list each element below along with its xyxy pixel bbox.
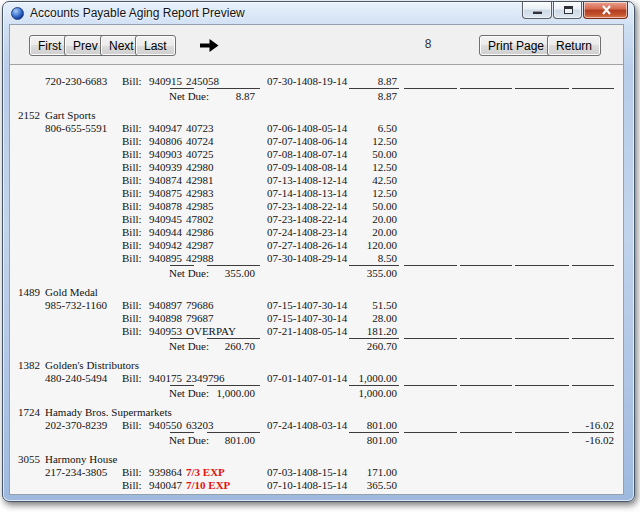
maximize-button[interactable] (553, 2, 582, 19)
bill-label: Bill: (122, 479, 142, 492)
bill-date: 07-09-14 (267, 161, 307, 174)
bill-label: Bill: (122, 312, 142, 325)
bill-row: Bill:9408784298507-23-1408-22-1450.00 (10, 200, 623, 213)
bill-date: 07-03-14 (267, 466, 307, 479)
bill-reference: 79687 (186, 312, 214, 325)
minimize-button[interactable] (522, 2, 552, 19)
bill-label: Bill: (122, 148, 142, 161)
rule-line (460, 338, 512, 339)
bill-amount: 8.87 (340, 75, 397, 88)
app-icon (11, 7, 24, 20)
bill-reference: 42981 (186, 174, 214, 187)
bill-row: Bill:9409394298007-09-1408-08-1412.50 (10, 161, 623, 174)
rule-line (404, 88, 457, 89)
bill-label: Bill: (122, 419, 142, 432)
rule-line (349, 88, 399, 89)
bill-label: Bill: (122, 325, 142, 338)
customer-phone: 720-230-6683 (45, 75, 107, 88)
rule-line (170, 385, 194, 386)
print-page-button[interactable]: Print Page (479, 35, 553, 56)
bill-row: 480-240-5494Bill:940175234979607-01-1407… (10, 372, 623, 385)
app-window: Accounts Payable Aging Report Preview Fi… (2, 1, 635, 502)
bill-number: 940875 (149, 187, 182, 200)
rule-line (170, 88, 194, 89)
rule-line (515, 338, 569, 339)
current-bucket-total: 260.70 (340, 340, 397, 353)
bill-label: Bill: (122, 492, 142, 494)
rule-line (404, 265, 457, 266)
net-due-row: Net Due:1,000.001,000.00 (10, 387, 623, 400)
bill-row: Bill:9408754298307-14-1408-13-1412.50 (10, 187, 623, 200)
rule-line (170, 432, 194, 433)
bill-date: 07-27-14 (267, 239, 307, 252)
rule-line (404, 338, 457, 339)
customer-name: Harmony House (45, 453, 117, 466)
bill-number: 940939 (149, 161, 182, 174)
bill-row: Bill:9409424298707-27-1408-26-14120.00 (10, 239, 623, 252)
net-due-value: 1,000.00 (195, 387, 255, 400)
bill-label: Bill: (122, 200, 142, 213)
bill-reference: 40723 (186, 122, 214, 135)
bill-number: 940175 (149, 372, 182, 385)
bill-row: Bill:9405747/24 EXP07-24-1408-15-14489.0… (10, 492, 623, 494)
bill-label: Bill: (122, 299, 142, 312)
account-header-row: 2152Gart Sports (10, 109, 623, 122)
net-due-value: 801.00 (195, 434, 255, 447)
net-due-row: Net Due:8.878.87 (10, 90, 623, 103)
bill-reference: 47802 (186, 213, 214, 226)
close-button[interactable] (583, 2, 628, 19)
bill-row: Bill:9408987968707-15-1407-30-1428.00 (10, 312, 623, 325)
bill-row: Bill:9409454780207-23-1408-22-1420.00 (10, 213, 623, 226)
rule-line (572, 338, 614, 339)
bill-date: 07-24-14 (267, 419, 307, 432)
bill-date: 07-24-14 (267, 492, 307, 494)
bill-date: 07-15-14 (267, 312, 307, 325)
bill-reference: 245058 (186, 75, 219, 88)
account-number: 1489 (13, 286, 40, 299)
return-button[interactable]: Return (547, 35, 601, 56)
report-body: 720-230-6683Bill:94091524505807-30-1408-… (10, 64, 623, 494)
customer-phone: 985-732-1160 (45, 299, 107, 312)
account-header-row: 1489Gold Medal (10, 286, 623, 299)
rule-line (572, 432, 614, 433)
bill-number: 940897 (149, 299, 182, 312)
rule-line (404, 432, 457, 433)
bill-amount: 8.50 (340, 252, 397, 265)
net-due-row: Net Due:260.70260.70 (10, 340, 623, 353)
customer-name: Hamady Bros. Supermarkets (45, 406, 172, 419)
net-due-value: 8.87 (195, 90, 255, 103)
bill-date: 07-24-14 (267, 226, 307, 239)
customer-name: Golden's Distributors (45, 359, 139, 372)
bill-reference: 40724 (186, 135, 214, 148)
bill-date: 07-08-14 (267, 148, 307, 161)
bill-label: Bill: (122, 226, 142, 239)
bill-label: Bill: (122, 372, 142, 385)
bill-amount: 12.50 (340, 187, 397, 200)
bill-reference: OVERPAY (186, 325, 236, 338)
rule-line (349, 338, 399, 339)
net-due-value: 355.00 (195, 267, 255, 280)
rule-line (572, 88, 614, 89)
rule-line (572, 265, 614, 266)
bill-row: Bill:9409034072507-08-1408-07-1450.00 (10, 148, 623, 161)
rule-line (404, 385, 457, 386)
bill-amount: 50.00 (340, 148, 397, 161)
titlebar[interactable]: Accounts Payable Aging Report Preview (3, 2, 634, 24)
bill-number: 940947 (149, 122, 182, 135)
bill-row: 217-234-3805Bill:9398647/3 EXP07-03-1408… (10, 466, 623, 479)
last-page-button[interactable]: Last (135, 35, 176, 56)
bill-amount: 365.50 (340, 479, 397, 492)
rule-line (207, 338, 260, 339)
bill-row: Bill:9400477/10 EXP07-10-1408-15-14365.5… (10, 479, 623, 492)
bill-number: 940895 (149, 252, 182, 265)
bill-reference: 79686 (186, 299, 214, 312)
bill-reference: 42980 (186, 161, 214, 174)
expired-flag: 7/24 EXP (186, 492, 230, 494)
bill-label: Bill: (122, 122, 142, 135)
rule-line (349, 432, 399, 433)
bill-amount: 801.00 (340, 419, 397, 432)
bill-amount: 51.50 (340, 299, 397, 312)
bill-amount: 181.20 (340, 325, 397, 338)
account-header-row: 3055Harmony House (10, 453, 623, 466)
expired-flag: 7/3 EXP (186, 466, 225, 479)
